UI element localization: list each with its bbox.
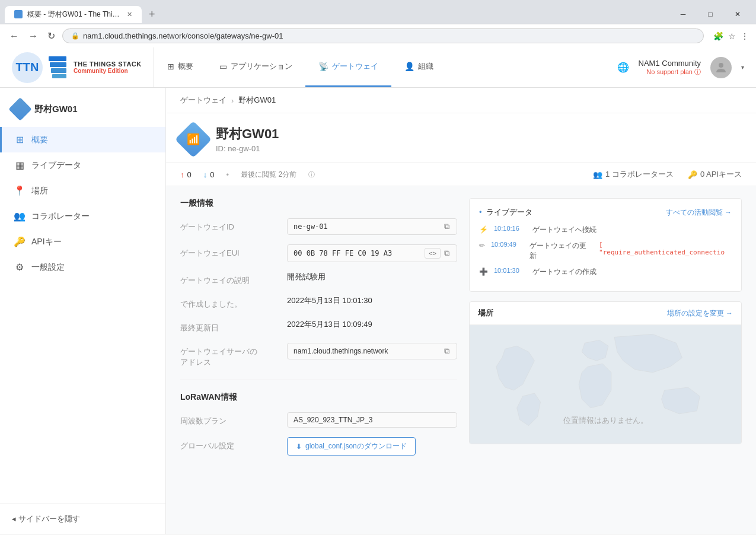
pencil-icon-1: ✏ — [479, 241, 485, 250]
applications-nav-icon: ▭ — [219, 62, 227, 71]
collaborators-icon: 👥 — [593, 170, 602, 179]
sidebar-overview-label: 概要 — [31, 135, 48, 145]
svg-text:TTN: TTN — [16, 60, 39, 74]
community-badge: NAM1 Community No support plan ⓘ — [639, 59, 701, 77]
sidebar-item-apikeys[interactable]: 🔑 APIキー — [0, 229, 165, 254]
gateway-id-row: ゲートウェイID ne-gw-01 ⧉ — [180, 218, 457, 235]
download-icon: ⬇ — [296, 442, 302, 451]
gateway-display-name: 野村GW01 — [216, 125, 742, 143]
stat-down: ↓ 0 — [203, 170, 215, 179]
gateway-header: 📶 野村GW01 ID: ne-gw-01 — [166, 113, 756, 163]
sidebar-collaborators-label: コラボレーター — [31, 211, 90, 222]
close-button[interactable]: ✕ — [724, 5, 751, 24]
collaborators-stat: 👥 1 コラボレータース — [593, 169, 674, 180]
sidebar-settings-label: 一般設定 — [31, 262, 65, 273]
change-location-link[interactable]: 場所の設定を変更 → — [667, 308, 733, 319]
support-plan[interactable]: No support plan ⓘ — [646, 68, 701, 77]
event-time-2: 10:09:49 — [491, 241, 524, 248]
gateway-id-copy-button[interactable]: ⧉ — [443, 222, 451, 231]
brand-text: THE THINGS STACK Community Edition — [74, 60, 142, 74]
event-text-2: ゲートウェイの更新 — [529, 241, 593, 261]
eui-copy-button[interactable]: ⧉ — [443, 248, 451, 259]
tab-close-button[interactable]: ✕ — [127, 11, 132, 18]
gateway-id-value-container: ne-gw-01 ⧉ — [287, 218, 457, 235]
frequency-plan-text: AS_920_923_TTN_JP_3 — [294, 416, 372, 424]
map-title: 場所 — [478, 308, 493, 319]
map-panel: 場所 場所の設定を変更 → — [469, 301, 742, 444]
view-all-link[interactable]: すべての活動閲覧 → — [666, 208, 732, 218]
server-address-copy-button[interactable]: ⧉ — [443, 346, 451, 356]
reload-button[interactable]: ↻ — [45, 28, 58, 44]
down-arrow-icon: ↓ — [203, 170, 208, 179]
live-data-panel: • ライブデータ すべての活動閲覧 → ⚡ 10:10:16 ゲートウェイへ接続 — [469, 198, 742, 292]
user-avatar[interactable] — [710, 57, 732, 78]
gateway-title-area: 野村GW01 ID: ne-gw-01 — [216, 125, 742, 153]
extensions-icon[interactable]: 🧩 — [713, 31, 723, 41]
nav-gateways-label: ゲートウェイ — [332, 61, 378, 72]
gateway-eui-value-container: 00 0B 78 FF FE C0 19 A3 <> ⧉ — [287, 244, 457, 262]
gateway-wifi-icon: 📶 — [187, 133, 200, 146]
active-tab[interactable]: 概要 - 野村GW01 - The Things S... ✕ — [5, 6, 142, 23]
sidebar-item-livedata[interactable]: ▦ ライブデータ — [0, 152, 165, 178]
lock-icon: 🔒 — [71, 32, 79, 40]
new-tab-button[interactable]: + — [144, 6, 160, 23]
overview-nav-icon: ⊞ — [167, 62, 174, 71]
api-key-icon: 🔑 — [688, 170, 697, 179]
event-data-2: [ "require_authenticated_connectio — [599, 241, 732, 256]
sidebar-location-label: 場所 — [31, 186, 48, 196]
sidebar-item-collaborators[interactable]: 👥 コラボレーター — [0, 203, 165, 229]
sidebar-item-location[interactable]: 📍 場所 — [0, 178, 165, 203]
forward-button[interactable]: → — [26, 28, 40, 44]
svg-point-6 — [719, 63, 723, 68]
back-button[interactable]: ← — [7, 28, 21, 44]
main-nav: ⊞ 概要 ▭ アプリケーション 📡 ゲートウェイ 👤 組織 — [154, 47, 617, 87]
stat-separator: • — [226, 170, 229, 179]
api-keys-stat: 🔑 0 APIキース — [688, 169, 742, 180]
gateway-eui-text: 00 0B 78 FF FE C0 19 A3 — [294, 249, 392, 257]
server-address-input: nam1.cloud.thethings.network ⧉ — [287, 343, 457, 359]
restore-button[interactable]: □ — [697, 5, 724, 24]
world-map-svg — [470, 325, 741, 444]
sidebar-item-settings[interactable]: ⚙ 一般設定 — [0, 254, 165, 280]
nav-applications[interactable]: ▭ アプリケーション — [206, 47, 305, 87]
general-info-title: 一般情報 — [180, 198, 457, 209]
brand-name: THE THINGS STACK — [74, 60, 142, 68]
created-row: で作成しました。 2022年5月13日 10:01:30 — [180, 295, 457, 310]
nav-organizations[interactable]: 👤 組織 — [391, 47, 446, 87]
nav-gateways[interactable]: 📡 ゲートウェイ — [305, 47, 391, 87]
menu-icon[interactable]: ⋮ — [741, 31, 749, 41]
nav-overview[interactable]: ⊞ 概要 — [154, 47, 206, 87]
last-seen-info-icon[interactable]: ⓘ — [308, 170, 315, 179]
global-config-value-container: ⬇ global_conf.jsonのダウンロード — [287, 437, 457, 456]
stack-logo — [49, 56, 68, 79]
tab-favicon — [14, 10, 23, 18]
avatar-chevron[interactable]: ▾ — [741, 64, 744, 71]
sidebar-nav: ⊞ 概要 ▦ ライブデータ 📍 場所 👥 コラボレーター 🔑 APIキ — [0, 127, 165, 280]
hide-sidebar-button[interactable]: ◂ サイドバーを隠す — [0, 504, 165, 534]
url-box[interactable]: 🔒 nam1.cloud.thethings.network/console/g… — [62, 28, 704, 43]
svg-rect-4 — [51, 68, 66, 73]
collaborators-sidebar-icon: 👥 — [14, 211, 25, 222]
gateway-id-text: ne-gw-01 — [294, 222, 328, 231]
sidebar: 野村GW01 ⊞ 概要 ▦ ライブデータ 📍 場所 👥 コラボレーター — [0, 88, 166, 534]
up-count: 0 — [187, 170, 192, 179]
sidebar-item-overview[interactable]: ⊞ 概要 — [0, 127, 165, 152]
global-config-row: グローバル設定 ⬇ global_conf.jsonのダウンロード — [180, 437, 457, 456]
no-location-text: 位置情報はありません。 — [563, 415, 648, 426]
organizations-nav-icon: 👤 — [404, 62, 414, 71]
download-config-button[interactable]: ⬇ global_conf.jsonのダウンロード — [287, 437, 416, 456]
updated-label: 最終更新日 — [180, 319, 281, 333]
updated-value: 2022年5月13日 10:09:49 — [287, 319, 457, 330]
sidebar-gateway-diamond — [8, 97, 32, 121]
eui-hex-toggle[interactable]: <> — [425, 248, 441, 259]
bookmark-icon[interactable]: ☆ — [728, 31, 736, 41]
gateway-eui-row: ゲートウェイEUI 00 0B 78 FF FE C0 19 A3 <> ⧉ — [180, 244, 457, 262]
sidebar-livedata-label: ライブデータ — [31, 160, 81, 171]
nav-overview-label: 概要 — [178, 61, 193, 72]
breadcrumb-gateways[interactable]: ゲートウェイ — [180, 95, 227, 106]
section-divider — [180, 380, 457, 380]
stat-right: 👥 1 コラボレータース 🔑 0 APIキース — [593, 169, 742, 180]
sidebar-apikeys-label: APIキー — [31, 237, 62, 247]
minimize-button[interactable]: ─ — [669, 5, 697, 24]
svg-rect-3 — [50, 62, 66, 67]
